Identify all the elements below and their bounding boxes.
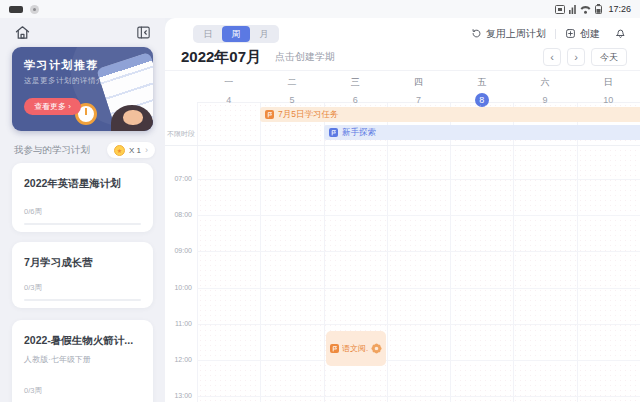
day-header-sat[interactable]: 六 9 [513, 71, 576, 102]
weekday-label: 三 [324, 76, 387, 89]
allday-event-label: 7月5日学习任务 [278, 109, 338, 121]
weekday-label: 一 [197, 76, 260, 89]
toolbar-actions: 复用上周计划 创建 [471, 26, 627, 41]
next-week-button[interactable]: › [567, 48, 585, 66]
my-plans-label: 我参与的学习计划 [14, 144, 90, 157]
status-bar: 17:26 [0, 0, 640, 18]
promo-title: 学习计划推荐 [24, 58, 99, 73]
day-column [198, 103, 260, 402]
day-column [387, 103, 450, 402]
hour-gridline [197, 396, 640, 397]
promo-subtitle: 这是更多计划的详情介绍 [24, 76, 112, 86]
hour-gridline [197, 215, 640, 216]
hour-label: 12:00 [165, 356, 192, 363]
day-header-thu[interactable]: 四 7 [387, 71, 450, 102]
reuse-last-week-button[interactable]: 复用上周计划 [471, 27, 546, 41]
timed-event-chinese-reading[interactable]: 语文阅... [326, 331, 386, 366]
day-column [260, 103, 323, 402]
allday-section-label: 不限时段 [166, 129, 196, 139]
cast-icon [555, 5, 565, 14]
see-more-button[interactable]: 查看更多 › [24, 98, 81, 115]
wifi-icon [580, 5, 591, 14]
plan-title: 2022年英语星海计划 [24, 176, 141, 190]
tab-week[interactable]: 周 [222, 26, 250, 42]
bell-icon [614, 26, 627, 39]
plan-card[interactable]: 2022-暑假生物火箭计... 人教版·七年级下册 0/3周 [12, 320, 153, 402]
medal-badge[interactable]: ★ X 1 › [107, 142, 155, 158]
explore-chip-icon [329, 128, 338, 137]
divider [555, 29, 556, 39]
collapse-sidebar-icon[interactable] [135, 24, 152, 41]
status-right: 17:26 [555, 4, 631, 14]
flower-badge-icon [371, 343, 382, 354]
today-button[interactable]: 今天 [591, 48, 627, 66]
hour-gridline [197, 324, 640, 325]
home-icon[interactable] [14, 24, 31, 41]
allday-event-study-task[interactable]: 7月5日学习任务 [260, 107, 640, 122]
hour-label: 08:00 [165, 211, 192, 218]
day-header-sun[interactable]: 日 10 [577, 71, 640, 102]
plan-progress: 0/3周 [24, 283, 42, 293]
day-columns [197, 103, 640, 402]
create-button[interactable]: 创建 [565, 27, 600, 41]
allday-event-newbie-explore[interactable]: 新手探索 [324, 125, 640, 140]
camera-pill-icon [9, 6, 23, 13]
calendar-nav: ‹ › 今天 [543, 48, 627, 66]
allday-divider [165, 145, 640, 146]
promo-card[interactable]: 学习计划推荐 这是更多计划的详情介绍 查看更多 › [12, 47, 153, 131]
day-header-wed[interactable]: 三 6 [324, 71, 387, 102]
hour-label: 09:00 [165, 247, 192, 254]
sidebar: 学习计划推荐 这是更多计划的详情介绍 查看更多 › 我参与的学习计划 ★ X 1… [0, 18, 165, 402]
event-label: 语文阅... [342, 343, 368, 354]
create-term-hint[interactable]: 点击创建学期 [275, 50, 335, 64]
plan-title: 7月学习成长营 [24, 255, 141, 269]
my-plans-section-header: 我参与的学习计划 ★ X 1 › [14, 141, 155, 159]
plan-card[interactable]: 7月学习成长营 0/3周 [12, 242, 153, 308]
event-chip-icon [330, 344, 339, 353]
progress-bar [24, 223, 141, 225]
sidebar-top-bar [14, 22, 152, 42]
history-icon [471, 28, 482, 39]
view-toolbar: 日 周 月 复用上周计划 创建 [181, 24, 627, 43]
battery-icon [595, 4, 602, 14]
hour-label: 10:00 [165, 284, 192, 291]
weekday-label: 六 [513, 76, 576, 89]
view-switcher: 日 周 月 [193, 25, 279, 43]
person-face-illustration [123, 110, 143, 125]
clock-time: 17:26 [608, 4, 631, 14]
tab-day[interactable]: 日 [194, 26, 222, 42]
progress-bar [24, 299, 141, 301]
tab-month[interactable]: 月 [250, 26, 278, 42]
month-title: 2022年07月 [181, 48, 261, 67]
hour-gridline [197, 179, 640, 180]
hour-gridline [197, 288, 640, 289]
prev-week-button[interactable]: ‹ [543, 48, 561, 66]
day-header-fri-today[interactable]: 五 8 [450, 71, 513, 102]
weekday-label: 二 [260, 76, 323, 89]
day-header-tue[interactable]: 二 5 [260, 71, 323, 102]
weekday-label: 四 [387, 76, 450, 89]
hour-gridline [197, 360, 640, 361]
hour-gridline [197, 251, 640, 252]
chevron-right-icon: › [145, 145, 148, 155]
medal-icon: ★ [114, 145, 125, 156]
reuse-label: 复用上周计划 [486, 27, 546, 41]
weekday-label: 五 [450, 76, 513, 89]
create-label: 创建 [580, 27, 600, 41]
status-left [9, 5, 39, 14]
hour-label: 13:00 [165, 392, 192, 399]
day-column [513, 103, 576, 402]
plan-card[interactable]: 2022年英语星海计划 0/6周 [12, 163, 153, 232]
day-header-row: 一 4 二 5 三 6 四 7 五 8 [197, 71, 640, 103]
day-column [450, 103, 513, 402]
camera-dot-icon [30, 5, 39, 14]
app-screen: 17:26 学习计划推荐 这是更多计划的详情介绍 查看更多 › 我参与的学习计划… [0, 0, 640, 402]
calendar-header: 2022年07月 点击创建学期 ‹ › 今天 [181, 45, 627, 69]
day-header-mon[interactable]: 一 4 [197, 71, 260, 102]
medal-count: X 1 [129, 146, 141, 155]
notifications-button[interactable] [614, 26, 627, 41]
plan-progress: 0/6周 [24, 207, 42, 217]
plan-subtitle: 人教版·七年级下册 [24, 354, 141, 365]
signal-icon [569, 5, 576, 14]
weekday-label: 日 [577, 76, 640, 89]
